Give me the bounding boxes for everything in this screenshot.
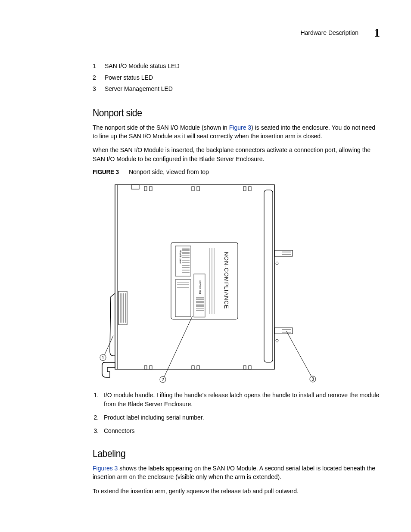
- svg-text:3: 3: [311, 377, 314, 382]
- text-run: The nonport side of the SAN I/O Module (…: [93, 124, 229, 131]
- svg-rect-63: [243, 366, 246, 369]
- figure-caption-text: Nonport side, viewed from top: [129, 168, 209, 175]
- svg-rect-40: [175, 246, 191, 276]
- svg-rect-2: [131, 185, 139, 189]
- svg-rect-19: [274, 328, 293, 334]
- list-text: SAN I/O Module status LED: [105, 60, 180, 72]
- svg-rect-5: [192, 187, 194, 191]
- svg-rect-55: [175, 280, 191, 317]
- svg-rect-62: [197, 366, 199, 369]
- figure-link[interactable]: Figures 3: [93, 465, 118, 472]
- svg-rect-3: [144, 187, 147, 191]
- list-number: 1: [93, 60, 97, 72]
- svg-point-18: [276, 262, 278, 264]
- svg-text:Service Tag: Service Tag: [199, 280, 202, 294]
- svg-point-22: [276, 339, 278, 342]
- list-number: 2: [93, 72, 97, 84]
- figure-link[interactable]: Figure 3: [229, 124, 251, 131]
- callout-item: I/O module handle. Lifting the handle's …: [100, 391, 380, 409]
- svg-rect-7: [243, 187, 246, 191]
- paragraph: To extend the insertion arm, gently sque…: [93, 487, 380, 495]
- svg-rect-4: [149, 187, 152, 191]
- svg-rect-15: [274, 250, 293, 256]
- svg-rect-59: [144, 366, 147, 369]
- list-text: Server Management LED: [105, 83, 173, 95]
- svg-text:1: 1: [102, 355, 104, 360]
- paragraph: When the SAN I/O Module is inserted, the…: [93, 146, 380, 163]
- svg-text:2: 2: [162, 377, 164, 382]
- list-item: 3 Server Management LED: [93, 83, 380, 95]
- svg-text:WWN Label: WWN Label: [179, 250, 182, 264]
- svg-line-67: [286, 331, 311, 376]
- paragraph: The nonport side of the SAN I/O Module (…: [93, 123, 380, 141]
- callout-item: Product label including serial number.: [100, 413, 380, 422]
- svg-rect-14: [264, 190, 273, 362]
- document-page: Hardware Description 1 1 SAN I/O Module …: [0, 0, 411, 532]
- module-diagram-svg: NON-COMPLIANCE Service Tag: [97, 181, 317, 383]
- chapter-number: 1: [374, 26, 380, 40]
- list-text: Power status LED: [105, 72, 153, 84]
- svg-rect-0: [115, 185, 274, 369]
- svg-rect-64: [249, 366, 251, 369]
- list-number: 3: [93, 83, 97, 95]
- svg-rect-61: [192, 366, 194, 369]
- section-heading-nonport: Nonport side: [93, 107, 346, 119]
- led-list: 1 SAN I/O Module status LED 2 Power stat…: [93, 60, 380, 95]
- svg-rect-6: [197, 187, 199, 191]
- callout-list: I/O module handle. Lifting the handle's …: [93, 391, 380, 436]
- svg-rect-9: [118, 291, 127, 325]
- page-header: Hardware Description 1: [93, 26, 380, 40]
- list-item: 1 SAN I/O Module status LED: [93, 60, 380, 72]
- list-item: 2 Power status LED: [93, 72, 380, 84]
- svg-text:NON-COMPLIANCE: NON-COMPLIANCE: [223, 252, 230, 309]
- svg-line-66: [164, 316, 193, 377]
- svg-rect-60: [149, 366, 152, 369]
- figure-caption: FIGURE 3 Nonport side, viewed from top: [93, 168, 380, 175]
- svg-line-65: [104, 336, 113, 355]
- svg-rect-8: [249, 187, 251, 191]
- text-run: shows the labels appearing on the SAN I/…: [93, 465, 375, 480]
- figure-3-diagram: NON-COMPLIANCE Service Tag: [97, 181, 317, 383]
- callout-item: Connectors: [100, 426, 380, 436]
- section-heading-labeling: Labeling: [93, 448, 346, 460]
- figure-label: FIGURE 3: [93, 168, 119, 175]
- paragraph: Figures 3 shows the labels appearing on …: [93, 464, 380, 482]
- header-title: Hardware Description: [300, 29, 358, 36]
